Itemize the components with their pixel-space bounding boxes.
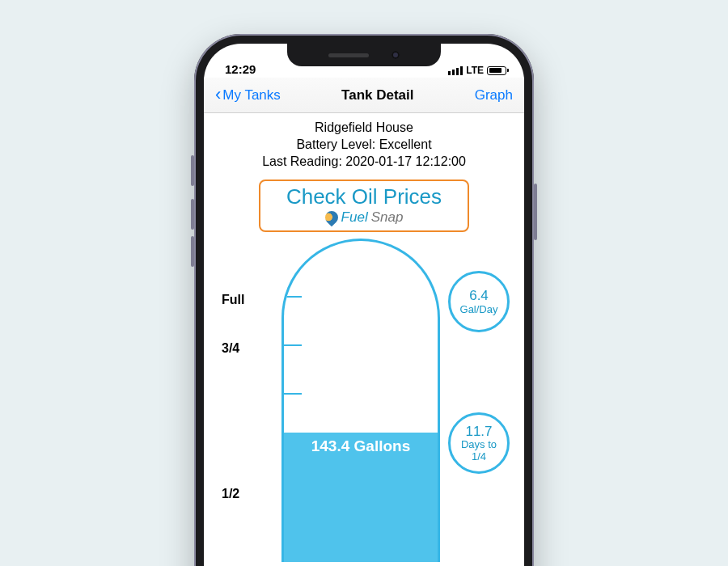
tank-name: Ridgefield House (212, 120, 516, 137)
last-reading: Last Reading: 2020-01-17 12:12:00 (212, 154, 516, 171)
tick-1-2: 1/2 (222, 470, 244, 518)
rate-value: 6.4 (469, 288, 489, 304)
notch (287, 44, 441, 66)
rate-unit: Gal/Day (460, 304, 498, 316)
status-time: 12:29 (225, 62, 256, 76)
phone-frame: 12:29 LTE ‹ My Tanks Tank Detail Graph R… (194, 34, 534, 566)
battery-icon (487, 66, 506, 75)
gallons-reading: 143.4 Gallons (311, 437, 411, 455)
promo-headline: Check Oil Prices (267, 184, 461, 209)
speaker-slot (328, 53, 369, 57)
brand-part-2: Snap (371, 209, 404, 226)
tick-3-4: 3/4 (222, 324, 244, 373)
fuelsnap-logo: FuelSnap (267, 209, 461, 226)
stat-consumption: 6.4 Gal/Day (448, 271, 510, 332)
droplet-icon (322, 209, 341, 227)
stat-days-to-quarter: 11.7 Days to 1/4 (448, 412, 510, 474)
gauge-tick-labels: Full 3/4 1/2 (222, 276, 244, 518)
tank-fill: 143.4 Gallons (284, 433, 438, 562)
chevron-left-icon: ‹ (215, 86, 221, 103)
tank-info: Ridgefield House Battery Level: Excellen… (204, 113, 524, 175)
tick-full: Full (222, 276, 244, 324)
gauge-area: Full 3/4 1/2 143.4 Gallons 6.4 Gal/Day 1… (204, 239, 524, 566)
check-prices-button[interactable]: Check Oil Prices FuelSnap (259, 180, 469, 232)
front-camera (392, 51, 400, 59)
nav-bar: ‹ My Tanks Tank Detail Graph (204, 78, 524, 113)
brand-part-1: Fuel (341, 209, 368, 226)
days-label-2: 1/4 (472, 451, 486, 463)
back-label: My Tanks (222, 87, 281, 103)
screen: 12:29 LTE ‹ My Tanks Tank Detail Graph R… (204, 44, 524, 566)
battery-level: Battery Level: Excellent (212, 137, 516, 154)
network-label: LTE (466, 65, 484, 76)
days-value: 11.7 (465, 424, 492, 440)
page-title: Tank Detail (341, 87, 413, 103)
days-label-1: Days to (461, 439, 497, 451)
back-button[interactable]: ‹ My Tanks (215, 87, 281, 104)
signal-icon (448, 66, 463, 75)
tank-gauge: 143.4 Gallons (281, 239, 440, 562)
graph-button[interactable]: Graph (475, 87, 513, 103)
